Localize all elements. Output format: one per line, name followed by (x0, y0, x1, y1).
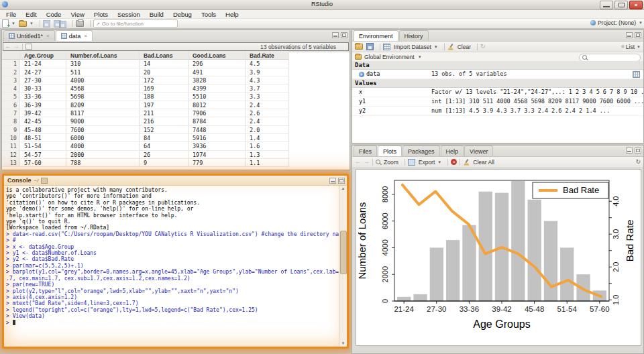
close-button[interactable]: × (629, 1, 643, 9)
console-maximize-icon[interactable] (338, 178, 345, 184)
tab-environment[interactable]: Environment (354, 30, 398, 41)
tab-history[interactable]: History (399, 30, 429, 41)
popout-icon[interactable] (25, 44, 32, 50)
table-cell: 4000 (66, 142, 140, 150)
plots-minimize-icon[interactable] (626, 148, 633, 154)
source-maximize-icon[interactable] (341, 32, 347, 38)
broom-icon (447, 44, 454, 50)
row-number-cell: 6 (2, 101, 20, 109)
previous-plot-icon[interactable]: ← (355, 159, 361, 165)
menu-code[interactable]: Code (42, 11, 66, 18)
env-object-row[interactable]: y1int [1:13] 310 511 4000 4568 5698 8209… (352, 97, 643, 107)
scroll-thumb[interactable] (340, 231, 347, 274)
maximize-button[interactable] (614, 1, 628, 9)
clear-environment-button[interactable]: Clear (447, 44, 471, 50)
console-title: Console (7, 177, 32, 184)
save-all-button[interactable] (54, 19, 66, 28)
menu-session[interactable]: Session (113, 11, 145, 18)
tab-help[interactable]: Help (441, 145, 464, 156)
table-cell: 296 (189, 60, 246, 68)
environment-search-input[interactable] (579, 54, 641, 62)
column-header[interactable]: Bad.Loans (140, 52, 189, 60)
export-plot-button[interactable]: Export ▼ (408, 159, 442, 166)
refresh-icon[interactable]: ↻ (480, 44, 486, 50)
tab-data[interactable]: data× (56, 30, 93, 41)
env-object-row[interactable]: y2num [1:13] 4.5 3.9 4.3 3.7 3.3 2.4 2.6… (352, 107, 643, 116)
print-button[interactable] (76, 20, 84, 27)
bar-27-30 (430, 247, 443, 301)
tab-plots[interactable]: Plots (378, 145, 402, 156)
zoom-plot-button[interactable]: Zoom (376, 159, 398, 166)
table-cell: 21-24 (20, 60, 66, 68)
tab-packages[interactable]: Packages (402, 145, 440, 156)
view-data-icon[interactable] (633, 71, 640, 78)
new-file-button[interactable]: ▼ (2, 19, 15, 27)
project-menu-button[interactable]: Project: (None) ▼ (590, 19, 643, 26)
row-number-cell: 1 (2, 60, 20, 68)
minimize-button[interactable] (600, 1, 613, 9)
refresh-plot-icon[interactable]: ↻ (635, 159, 641, 165)
list-view-button[interactable]: ≡ List ▼ (621, 44, 641, 50)
scroll-down-icon[interactable]: ▼ (339, 341, 347, 347)
table-cell: 5510 (189, 93, 246, 101)
console-pane[interactable]: Console ~/ is a collaborative project wi… (2, 174, 349, 349)
env-save-button[interactable] (366, 43, 374, 50)
menu-view[interactable]: View (66, 11, 89, 18)
menu-debug[interactable]: Debug (168, 11, 197, 18)
next-plot-icon[interactable]: → (364, 159, 370, 165)
remove-plot-icon[interactable]: × (451, 159, 457, 165)
close-tab-icon[interactable]: × (46, 33, 50, 39)
object-name-text: x (359, 88, 362, 97)
menu-edit[interactable]: Edit (21, 11, 41, 18)
console-minimize-icon[interactable] (329, 178, 336, 184)
table-cell: 2.4 (246, 101, 289, 109)
console-line: 'citation()' on how to cite R or R packa… (6, 200, 339, 206)
row-number-cell: 10 (2, 134, 20, 142)
env-maximize-icon[interactable] (635, 32, 641, 38)
menu-build[interactable]: Build (145, 11, 168, 18)
menu-plots[interactable]: Plots (89, 11, 113, 18)
tab-files[interactable]: Files (354, 145, 377, 156)
row-number-header[interactable] (2, 52, 20, 60)
open-file-button[interactable]: ▼ (19, 21, 34, 27)
import-dataset-button[interactable]: Import Dataset ▼ (383, 44, 438, 50)
goto-file-input[interactable]: ↗ Go to file/function (93, 19, 178, 27)
column-header[interactable]: Number.of.Loans (66, 52, 140, 60)
console-line: ype 'contributors()' for more informatio… (6, 193, 339, 199)
column-header[interactable]: Good.Loans (189, 52, 246, 60)
console-output[interactable]: is a collaborative project with many con… (4, 186, 339, 347)
chevron-down-icon: ▼ (418, 55, 422, 59)
close-tab-icon[interactable]: × (84, 33, 87, 39)
object-name-text: data (366, 70, 380, 78)
scroll-up-icon[interactable]: ▲ (339, 186, 347, 192)
table-cell: 511 (66, 68, 140, 76)
global-env-selector[interactable]: Global Environment (364, 54, 415, 60)
env-open-button[interactable] (355, 44, 363, 50)
env-minimize-icon[interactable] (626, 32, 633, 38)
menu-file[interactable]: File (1, 11, 21, 18)
save-button[interactable] (43, 20, 50, 27)
column-header[interactable]: Bad.Rate (246, 52, 289, 60)
tab-untitled1[interactable]: Untitled1*× (3, 30, 55, 41)
source-minimize-icon[interactable] (332, 32, 339, 38)
env-object-value: 13 obs. of 5 variables (431, 70, 643, 78)
env-object-row[interactable]: ▸data13 obs. of 5 variables (352, 70, 643, 79)
env-object-value: num [1:13] 4.5 3.9 4.3 3.7 3.3 2.4 2.6 2… (431, 107, 643, 115)
right-axis-title: Bad Rate (624, 220, 635, 262)
console-scrollbar[interactable]: ▲ ▼ (339, 186, 347, 347)
clear-all-label: Clear All (473, 159, 494, 166)
home-dir-icon[interactable] (41, 178, 48, 184)
env-object-value: int [1:13] 310 511 4000 4568 5698 8209 8… (431, 97, 643, 106)
menu-help[interactable]: Help (221, 11, 244, 18)
tab-viewer[interactable]: Viewer (464, 145, 493, 156)
table-row: 121-24310142964.5 (2, 60, 350, 68)
left-axis-tick: 2000 (381, 266, 389, 282)
table-cell: 1.6 (246, 142, 289, 150)
clear-all-plots-button[interactable]: Clear All (463, 159, 494, 166)
table-cell: 8117 (66, 109, 140, 117)
env-object-row[interactable]: xFactor w/ 13 levels "21-24","24-27",..:… (352, 88, 643, 97)
column-header[interactable]: Age.Group (20, 52, 66, 60)
plots-maximize-icon[interactable] (635, 148, 641, 154)
expander-icon[interactable]: ▸ (359, 72, 364, 77)
menu-tools[interactable]: Tools (197, 11, 221, 18)
